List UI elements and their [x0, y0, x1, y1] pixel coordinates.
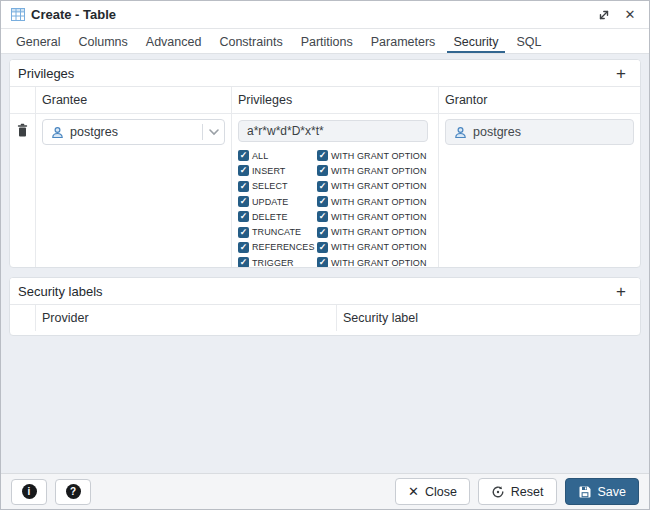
privileges-column-header: Privileges [232, 87, 439, 113]
provider-column-header: Provider [36, 305, 337, 331]
tab-parameters[interactable]: Parameters [365, 29, 442, 53]
tab-bar: General Columns Advanced Constraints Par… [1, 29, 649, 54]
security-labels-panel: Security labels + Provider Security labe… [9, 277, 641, 336]
help-icon: ? [66, 484, 81, 499]
privilege-label: INSERT [252, 166, 285, 176]
add-privilege-button[interactable]: + [610, 62, 632, 84]
security-labels-grid-header: Provider Security label [10, 305, 640, 331]
grantee-select[interactable]: postgres [42, 119, 225, 145]
privilege-label: TRUNCATE [252, 227, 301, 237]
grant-option-label: WITH GRANT OPTION [331, 181, 427, 191]
grantor-value: postgres [473, 125, 521, 139]
dialog-footer: i ? ✕ Close Reset [1, 473, 649, 509]
delete-row-icon[interactable] [16, 123, 29, 263]
close-icon[interactable]: ✕ [621, 6, 639, 24]
reset-button[interactable]: Reset [478, 478, 557, 505]
privilege-checkbox[interactable]: ✓ [238, 211, 249, 222]
privileges-header: Privileges + [10, 60, 640, 87]
title-bar: Create - Table ✕ [1, 1, 649, 29]
privilege-check-row: ✓ DELETE ✓ WITH GRANT OPTION [238, 209, 432, 224]
privilege-checkbox[interactable]: ✓ [238, 181, 249, 192]
grant-option-checkbox[interactable]: ✓ [317, 181, 328, 192]
privilege-check-row: ✓ UPDATE ✓ WITH GRANT OPTION [238, 194, 432, 209]
privileges-string-input[interactable] [238, 120, 428, 142]
privilege-checkbox[interactable]: ✓ [238, 242, 249, 253]
role-icon [454, 126, 467, 139]
privilege-checkbox-list: ✓ ALL ✓ WITH GRANT OPTION [238, 148, 432, 268]
privilege-label: TRIGGER [252, 258, 294, 268]
close-button-icon: ✕ [408, 485, 419, 498]
table-icon [11, 8, 25, 21]
privilege-check-row: ✓ REFERENCES ✓ WITH GRANT OPTION [238, 240, 432, 255]
close-button[interactable]: ✕ Close [395, 478, 470, 505]
privilege-label: REFERENCES [252, 242, 315, 252]
add-security-label-button[interactable]: + [610, 280, 632, 302]
privilege-check-row: ✓ TRUNCATE ✓ WITH GRANT OPTION [238, 224, 432, 239]
grant-option-label: WITH GRANT OPTION [331, 166, 427, 176]
privilege-check-row: ✓ SELECT ✓ WITH GRANT OPTION [238, 179, 432, 194]
privilege-label: DELETE [252, 212, 288, 222]
grant-option-label: WITH GRANT OPTION [331, 258, 427, 268]
privilege-label: SELECT [252, 181, 288, 191]
privilege-row: postgres [10, 114, 640, 267]
privilege-checkbox[interactable]: ✓ [238, 196, 249, 207]
privileges-title: Privileges [18, 66, 74, 81]
grant-option-checkbox[interactable]: ✓ [317, 165, 328, 176]
privilege-checkbox[interactable]: ✓ [238, 150, 249, 161]
dialog-help-button[interactable]: ? [55, 479, 91, 505]
security-labels-header: Security labels + [10, 278, 640, 305]
security-tab-content: Privileges + Grantee Privileges Grantor [1, 54, 649, 473]
tab-constraints[interactable]: Constraints [213, 29, 288, 53]
grant-option-label: WITH GRANT OPTION [331, 151, 427, 161]
grant-option-checkbox[interactable]: ✓ [317, 150, 328, 161]
security-labels-title: Security labels [18, 284, 103, 299]
grant-option-label: WITH GRANT OPTION [331, 227, 427, 237]
grant-option-checkbox[interactable]: ✓ [317, 242, 328, 253]
save-icon [578, 485, 592, 499]
privileges-panel: Privileges + Grantee Privileges Grantor [9, 59, 641, 268]
grant-option-label: WITH GRANT OPTION [331, 242, 427, 252]
privilege-label: UPDATE [252, 197, 288, 207]
dialog-title: Create - Table [31, 7, 116, 22]
tab-sql[interactable]: SQL [511, 29, 548, 53]
chevron-down-icon [208, 128, 220, 136]
sql-help-button[interactable]: i [11, 479, 47, 505]
grant-option-label: WITH GRANT OPTION [331, 212, 427, 222]
privileges-grid-header: Grantee Privileges Grantor [10, 87, 640, 114]
tab-partitions[interactable]: Partitions [295, 29, 359, 53]
privilege-check-row: ✓ TRIGGER ✓ WITH GRANT OPTION [238, 255, 432, 268]
tab-advanced[interactable]: Advanced [140, 29, 208, 53]
privilege-check-row: ✓ INSERT ✓ WITH GRANT OPTION [238, 163, 432, 178]
tab-general[interactable]: General [10, 29, 66, 53]
grant-option-checkbox[interactable]: ✓ [317, 257, 328, 268]
grantee-value: postgres [70, 125, 197, 139]
tab-security[interactable]: Security [447, 29, 504, 53]
save-button[interactable]: Save [565, 478, 640, 505]
info-icon: i [22, 484, 37, 499]
grantor-column-header: Grantor [439, 87, 640, 113]
grant-option-checkbox[interactable]: ✓ [317, 211, 328, 222]
reset-icon [491, 485, 505, 499]
privilege-label: ALL [252, 151, 268, 161]
expand-icon[interactable] [595, 6, 613, 24]
privilege-checkbox[interactable]: ✓ [238, 227, 249, 238]
grantee-column-header: Grantee [36, 87, 232, 113]
grant-option-checkbox[interactable]: ✓ [317, 196, 328, 207]
grantor-field: postgres [445, 119, 634, 145]
create-table-dialog: Create - Table ✕ General Columns Advance… [0, 0, 650, 510]
security-label-column-header: Security label [337, 305, 640, 331]
grant-option-checkbox[interactable]: ✓ [317, 227, 328, 238]
privilege-checkbox[interactable]: ✓ [238, 165, 249, 176]
grant-option-label: WITH GRANT OPTION [331, 197, 427, 207]
privilege-checkbox[interactable]: ✓ [238, 257, 249, 268]
tab-columns[interactable]: Columns [72, 29, 133, 53]
role-icon [51, 126, 64, 139]
privilege-check-row: ✓ ALL ✓ WITH GRANT OPTION [238, 148, 432, 163]
